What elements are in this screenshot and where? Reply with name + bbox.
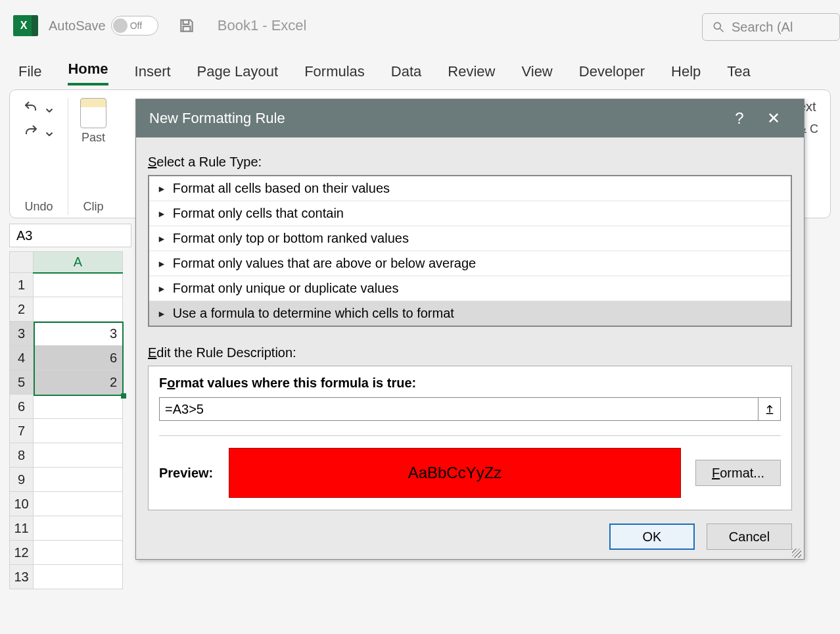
rule-type-list[interactable]: ►Format all cells based on their values … — [148, 175, 792, 327]
rule-type-item-5[interactable]: ►Use a formula to determine which cells … — [149, 301, 791, 326]
cell-A5[interactable]: 2 — [34, 370, 123, 395]
row-header-8[interactable]: 8 — [10, 443, 34, 468]
row-header-6[interactable]: 6 — [10, 395, 34, 419]
cell-A10[interactable] — [34, 492, 123, 516]
search-box[interactable]: Search (Al — [702, 13, 840, 41]
row-header-2[interactable]: 2 — [10, 297, 34, 322]
col-header-A[interactable]: A — [34, 252, 123, 273]
paste-icon[interactable] — [80, 98, 106, 128]
tab-data[interactable]: Data — [391, 63, 421, 85]
rule-description-box: Format values where this formula is true… — [148, 366, 792, 510]
bullet-icon: ► — [157, 308, 166, 319]
save-icon[interactable] — [178, 17, 195, 34]
row-header-11[interactable]: 11 — [10, 516, 34, 541]
rule-type-text: Format only top or bottom ranked values — [173, 231, 409, 246]
cell-A6[interactable] — [34, 395, 123, 419]
preview-swatch: AaBbCcYyZz — [229, 448, 681, 498]
collapse-dialog-icon[interactable] — [758, 397, 781, 421]
cell-A9[interactable] — [34, 468, 123, 492]
row-header-13[interactable]: 13 — [10, 565, 34, 589]
formula-input[interactable] — [159, 397, 758, 421]
title-bar: X AutoSave Off Book1 - Excel Search (Al — [0, 0, 840, 51]
name-box[interactable]: A3 — [9, 224, 131, 247]
search-icon — [712, 20, 725, 34]
search-placeholder: Search (Al — [732, 20, 793, 35]
rule-type-item-1[interactable]: ►Format only cells that contain — [149, 201, 791, 226]
paste-label: Past — [82, 131, 105, 145]
tab-developer[interactable]: Developer — [579, 63, 645, 85]
undo-button[interactable]: ⌄ — [22, 98, 56, 116]
dialog-title: New Formatting Rule — [149, 110, 285, 127]
tab-view[interactable]: View — [521, 63, 552, 85]
cell-A7[interactable] — [34, 419, 123, 443]
edit-rule-description-label: Edit the Rule Description: — [148, 345, 792, 360]
select-rule-type-label: Select a Rule Type: — [148, 155, 792, 170]
ribbon-tabs: File Home Insert Page Layout Formulas Da… — [0, 51, 840, 85]
undo-icon — [22, 99, 40, 115]
cell-A1[interactable] — [34, 273, 123, 297]
ribbon-group-clipboard: Past Clip — [80, 98, 106, 215]
autosave-label: AutoSave — [49, 18, 106, 34]
rule-type-text: Format only unique or duplicate values — [173, 281, 399, 296]
format-button[interactable]: Format... — [695, 460, 781, 486]
dialog-title-bar[interactable]: New Formatting Rule ? ✕ — [136, 99, 804, 137]
help-icon[interactable]: ? — [722, 109, 757, 128]
bullet-icon: ► — [157, 208, 166, 219]
cell-A2[interactable] — [34, 297, 123, 322]
bullet-icon: ► — [157, 183, 166, 194]
ribbon-group-undo: ⌄ ⌄ Undo — [22, 98, 56, 215]
row-header-1[interactable]: 1 — [10, 273, 34, 297]
tab-insert[interactable]: Insert — [135, 63, 171, 85]
row-header-5[interactable]: 5 — [10, 370, 34, 395]
resize-grip-icon[interactable] — [792, 549, 801, 558]
ok-button[interactable]: OK — [609, 524, 695, 550]
cell-A12[interactable] — [34, 541, 123, 565]
autosave-area: AutoSave Off — [49, 16, 158, 36]
rule-type-text: Format all cells based on their values — [173, 181, 390, 196]
tab-file[interactable]: File — [18, 63, 41, 85]
rule-type-text: Use a formula to determine which cells t… — [173, 306, 454, 321]
row-header-7[interactable]: 7 — [10, 419, 34, 443]
redo-icon — [22, 123, 40, 139]
bullet-icon: ► — [157, 258, 166, 269]
tab-home[interactable]: Home — [68, 61, 108, 85]
tab-page-layout[interactable]: Page Layout — [197, 63, 279, 85]
row-header-10[interactable]: 10 — [10, 492, 34, 516]
rule-type-text: Format only cells that contain — [173, 206, 344, 221]
rule-type-text: Format only values that are above or bel… — [173, 256, 476, 271]
redo-button[interactable]: ⌄ — [22, 122, 56, 140]
preview-label: Preview: — [159, 466, 214, 481]
rule-type-item-2[interactable]: ►Format only top or bottom ranked values — [149, 226, 791, 251]
select-all-corner[interactable] — [10, 252, 34, 273]
row-header-12[interactable]: 12 — [10, 541, 34, 565]
tab-team-cut[interactable]: Tea — [727, 63, 750, 85]
document-title: Book1 - Excel — [218, 17, 307, 34]
svg-line-1 — [720, 29, 724, 32]
group-label-clipboard: Clip — [83, 200, 103, 214]
svg-point-0 — [714, 22, 720, 29]
row-header-4[interactable]: 4 — [10, 346, 34, 370]
group-label-undo: Undo — [24, 200, 53, 214]
cell-A4[interactable]: 6 — [34, 346, 123, 370]
cancel-button[interactable]: Cancel — [707, 524, 792, 550]
row-header-3[interactable]: 3 — [10, 322, 34, 346]
new-formatting-rule-dialog: New Formatting Rule ? ✕ Select a Rule Ty… — [135, 99, 805, 560]
autosave-toggle[interactable]: Off — [111, 16, 158, 36]
rule-type-item-4[interactable]: ►Format only unique or duplicate values — [149, 276, 791, 301]
close-icon[interactable]: ✕ — [757, 109, 791, 128]
cell-A11[interactable] — [34, 516, 123, 541]
chevron-down-icon: ⌄ — [43, 98, 56, 116]
cell-A3[interactable]: 3 — [34, 322, 123, 346]
tab-review[interactable]: Review — [448, 63, 495, 85]
excel-logo-icon: X — [13, 15, 34, 36]
cell-A13[interactable] — [34, 565, 123, 589]
cell-A8[interactable] — [34, 443, 123, 468]
rule-type-item-0[interactable]: ►Format all cells based on their values — [149, 176, 791, 201]
tab-help[interactable]: Help — [671, 63, 701, 85]
chevron-down-icon: ⌄ — [43, 122, 56, 140]
tab-formulas[interactable]: Formulas — [304, 63, 365, 85]
bullet-icon: ► — [157, 283, 166, 294]
row-header-9[interactable]: 9 — [10, 468, 34, 492]
toggle-knob-icon — [113, 18, 128, 33]
rule-type-item-3[interactable]: ►Format only values that are above or be… — [149, 251, 791, 276]
